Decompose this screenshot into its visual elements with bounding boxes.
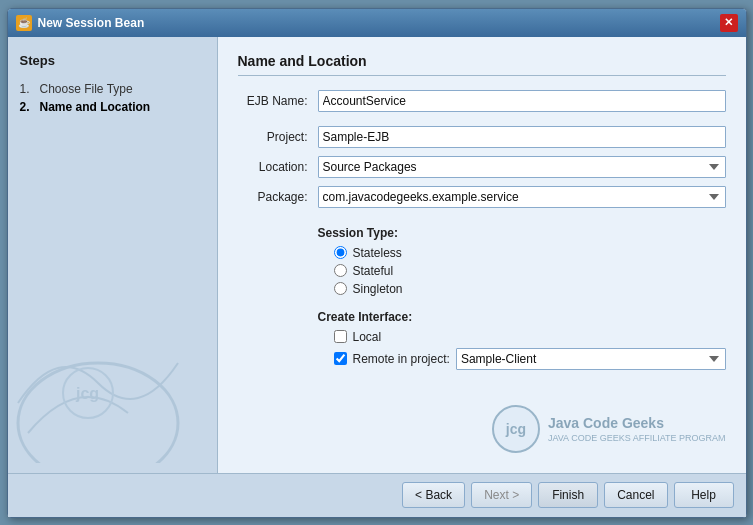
back-button[interactable]: < Back — [402, 482, 465, 508]
radio-singleton[interactable] — [334, 282, 347, 295]
location-select[interactable]: Source Packages — [318, 156, 726, 178]
remote-project-select[interactable]: Sample-Client — [456, 348, 726, 370]
radio-stateful-row: Stateful — [238, 264, 726, 278]
package-select[interactable]: com.javacodegeeks.example.service — [318, 186, 726, 208]
package-label: Package: — [238, 190, 318, 204]
project-row: Project: — [238, 126, 726, 148]
close-button[interactable]: ✕ — [720, 14, 738, 32]
check-local-label: Local — [353, 330, 382, 344]
radio-singleton-label: Singleton — [353, 282, 403, 296]
steps-heading: Steps — [20, 53, 205, 68]
panel-title: Name and Location — [238, 53, 726, 76]
window-title: New Session Bean — [38, 16, 145, 30]
step-num-2: 2. — [20, 100, 36, 114]
check-remote-row: Remote in project: Sample-Client — [238, 348, 726, 370]
ejb-name-row: EJB Name: — [238, 90, 726, 112]
watermark-area: jcg Java Code Geeks JAVA CODE GEEKS AFFI… — [238, 374, 726, 457]
step-item-2: 2. Name and Location — [20, 98, 205, 116]
jcg-brand-text: Java Code Geeks JAVA CODE GEEKS AFFILIAT… — [548, 414, 726, 442]
step-item-1: 1. Choose File Type — [20, 80, 205, 98]
step-label-1: Choose File Type — [40, 82, 133, 96]
check-local[interactable] — [334, 330, 347, 343]
finish-button[interactable]: Finish — [538, 482, 598, 508]
step-label-2: Name and Location — [40, 100, 151, 114]
radio-stateless-row: Stateless — [238, 246, 726, 260]
main-panel: Name and Location EJB Name: Project: Loc… — [218, 37, 746, 473]
create-interface-label: Create Interface: — [238, 310, 726, 324]
location-row: Location: Source Packages — [238, 156, 726, 178]
project-input[interactable] — [318, 126, 726, 148]
title-bar: ☕ New Session Bean ✕ — [8, 9, 746, 37]
session-type-label: Session Type: — [238, 226, 726, 240]
content-area: Steps 1. Choose File Type 2. Name and Lo… — [8, 37, 746, 473]
check-remote-label: Remote in project: — [353, 352, 450, 366]
cancel-button[interactable]: Cancel — [604, 482, 667, 508]
footer: < Back Next > Finish Cancel Help — [8, 473, 746, 517]
dialog-window: ☕ New Session Bean ✕ Steps 1. Choose Fil… — [7, 8, 747, 518]
check-remote[interactable] — [334, 352, 347, 365]
jcg-logo: jcg — [492, 405, 540, 453]
svg-text:jcg: jcg — [75, 385, 99, 402]
ejb-name-input[interactable] — [318, 90, 726, 112]
ejb-name-label: EJB Name: — [238, 94, 318, 108]
project-label: Project: — [238, 130, 318, 144]
jcg-brand-sub: JAVA CODE GEEKS AFFILIATE PROGRAM — [548, 433, 726, 443]
jcg-watermark: jcg Java Code Geeks JAVA CODE GEEKS AFFI… — [492, 405, 726, 453]
radio-singleton-row: Singleton — [238, 282, 726, 296]
svg-point-0 — [18, 363, 178, 463]
jcg-brand-name: Java Code Geeks — [548, 414, 726, 432]
radio-stateless-label: Stateless — [353, 246, 402, 260]
window-icon: ☕ — [16, 15, 32, 31]
title-bar-left: ☕ New Session Bean — [16, 15, 145, 31]
steps-list: 1. Choose File Type 2. Name and Location — [20, 80, 205, 116]
help-button[interactable]: Help — [674, 482, 734, 508]
radio-stateful-label: Stateful — [353, 264, 394, 278]
location-label: Location: — [238, 160, 318, 174]
step-num-1: 1. — [20, 82, 36, 96]
radio-stateful[interactable] — [334, 264, 347, 277]
radio-stateless[interactable] — [334, 246, 347, 259]
sidebar: Steps 1. Choose File Type 2. Name and Lo… — [8, 37, 218, 473]
check-local-row: Local — [238, 330, 726, 344]
sidebar-watermark: jcg — [8, 323, 198, 463]
package-row: Package: com.javacodegeeks.example.servi… — [238, 186, 726, 208]
next-button[interactable]: Next > — [471, 482, 532, 508]
